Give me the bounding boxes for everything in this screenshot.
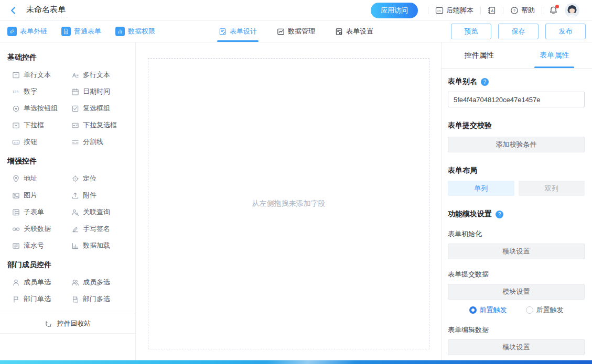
control-item-serial-number[interactable]: 流水号 (12, 241, 71, 250)
user-avatar[interactable] (565, 3, 579, 18)
control-item-location[interactable]: 定位 (71, 174, 130, 183)
control-item-dept-multi[interactable]: 部门多选 (71, 295, 130, 303)
form-canvas: 从左侧拖拽来添加字段 (136, 42, 441, 360)
control-item-member-multi[interactable]: 成员多选 (71, 278, 130, 286)
control-item-label: 多行文本 (83, 70, 110, 80)
control-item-label: 复选框组 (83, 104, 110, 113)
control-item-divider[interactable]: 分割线 (71, 138, 130, 146)
toolbar: 表单外链普通表单数据权限 表单设计数据管理表单设置 预览保存发布 (0, 21, 592, 42)
control-item-label: 附件 (83, 191, 96, 200)
modules-label: 功能模块设置 (448, 209, 492, 219)
preview-button[interactable]: 预览 (451, 24, 491, 39)
help-icon[interactable]: ? (496, 211, 503, 218)
backend-script-button[interactable]: </> 后端脚本 (435, 6, 473, 15)
tab-form-settings[interactable]: 表单设置 (335, 21, 373, 42)
control-item-select[interactable]: 下拉框 (12, 121, 71, 129)
control-item-label: 成员单选 (24, 278, 51, 287)
tab-label: 表单设置 (346, 27, 373, 36)
control-item-multi-line-text[interactable]: 多行文本 (71, 71, 130, 79)
control-item-multi-select[interactable]: 下拉复选框 (71, 121, 130, 129)
svg-text:?: ? (513, 8, 516, 13)
control-item-number[interactable]: 123数字 (12, 87, 71, 96)
control-item-address[interactable]: 地址 (12, 174, 71, 183)
section-grid: 单行文本多行文本123数字日期时间单选按钮组复选框组下拉框下拉复选框BTN按钮分… (0, 71, 135, 146)
add-validation-button[interactable]: 添加校验条件 (448, 137, 585, 152)
control-item-attachment[interactable]: 附件 (71, 191, 130, 200)
layout-options: 单列双列 (448, 181, 585, 196)
control-item-datetime[interactable]: 日期时间 (71, 87, 130, 96)
publish-button[interactable]: 发布 (545, 24, 586, 39)
tab-form-properties[interactable]: 表单属性 (517, 42, 592, 68)
toolbar-item-label: 数据权限 (128, 27, 155, 36)
toolbar-item-form-external-link[interactable]: 表单外链 (7, 27, 47, 36)
main-tabs: 表单设计数据管理表单设置 (219, 21, 373, 42)
control-item-label: 关联数据 (24, 224, 51, 234)
layout-option-single-column[interactable]: 单列 (448, 181, 514, 196)
app-access-button[interactable]: 应用访问 (371, 3, 418, 18)
control-item-label: 子表单 (24, 207, 44, 217)
member-multi-icon (71, 278, 79, 286)
tab-label: 表单设计 (230, 27, 257, 36)
form-title[interactable]: 未命名表单 (26, 4, 68, 17)
help-button[interactable]: ? 帮助 (510, 6, 535, 15)
toolbar-item-normal-form[interactable]: 普通表单 (61, 27, 101, 36)
control-item-data-load[interactable]: 数据加载 (71, 241, 130, 250)
radio-dot (526, 306, 533, 314)
contacts-icon[interactable]: A (488, 6, 496, 15)
control-item-single-line-text[interactable]: 单行文本 (12, 71, 71, 79)
form-submit-data-post-trigger-radio[interactable]: 后置触发 (526, 305, 564, 315)
control-item-dept-single[interactable]: 部门单选 (12, 295, 71, 303)
control-recycle-bin[interactable]: 控件回收站 (0, 314, 135, 334)
layout-option-double-column[interactable]: 双列 (519, 181, 585, 196)
control-item-label: 部门多选 (83, 294, 110, 304)
form-type-switcher: 表单外链普通表单数据权限 (7, 27, 155, 36)
address-icon (12, 174, 20, 183)
multi-select-icon (71, 121, 79, 129)
linked-data-icon (12, 225, 20, 233)
radio-label: 后置触发 (536, 305, 564, 315)
form-submit-data-module-settings-button[interactable]: 模块设置 (448, 284, 585, 300)
control-item-label: 关联查询 (83, 207, 110, 217)
divider-icon (71, 138, 79, 146)
validation-label: 表单提交校验 (448, 121, 585, 130)
notifications-button[interactable] (549, 6, 558, 15)
svg-text:A: A (491, 8, 494, 12)
tab-form-design[interactable]: 表单设计 (219, 21, 257, 42)
control-item-linked-query[interactable]: 关联查询 (71, 208, 130, 216)
toolbar-actions: 预览保存发布 (451, 24, 586, 39)
tab-widget-properties[interactable]: 控件属性 (442, 42, 517, 68)
divider (428, 7, 428, 14)
control-item-image[interactable]: 图片 (12, 191, 71, 200)
help-icon[interactable]: ? (481, 78, 489, 86)
form-init-module-settings-button[interactable]: 模块设置 (448, 244, 585, 259)
save-button[interactable]: 保存 (498, 24, 539, 39)
control-item-label: 下拉复选框 (83, 120, 117, 130)
control-item-checkbox-group[interactable]: 复选框组 (71, 104, 130, 113)
toolbar-item-label: 表单外链 (20, 27, 47, 36)
form-submit-data-pre-trigger-radio[interactable]: 前置触发 (469, 305, 507, 315)
drop-zone[interactable]: 从左侧拖拽来添加字段 (148, 58, 429, 349)
control-item-subform[interactable]: 子表单 (12, 208, 71, 216)
tab-data-manage[interactable]: 数据管理 (277, 21, 315, 42)
controls-sidebar: 基础控件单行文本多行文本123数字日期时间单选按钮组复选框组下拉框下拉复选框BT… (0, 42, 136, 360)
control-item-label: 部门单选 (24, 294, 51, 304)
dept-multi-icon (71, 295, 79, 303)
form-edit-data-module-settings-button[interactable]: 模块设置 (448, 339, 585, 355)
form-alias-input[interactable] (448, 92, 585, 107)
avatar-image (565, 3, 579, 18)
control-item-radio-group[interactable]: 单选按钮组 (12, 104, 71, 113)
control-item-button[interactable]: BTN按钮 (12, 138, 71, 146)
content: 基础控件单行文本多行文本123数字日期时间单选按钮组复选框组下拉框下拉复选框BT… (0, 42, 592, 360)
button-icon: BTN (12, 138, 20, 146)
bar-chart-icon (115, 27, 125, 36)
control-item-linked-data[interactable]: 关联数据 (12, 225, 71, 233)
toolbar-item-data-permission[interactable]: 数据权限 (115, 27, 155, 36)
control-item-signature[interactable]: 手写签名 (71, 225, 130, 233)
attachment-icon (71, 191, 79, 200)
form-settings-icon (335, 28, 343, 36)
section-title: 部门成员控件 (0, 260, 135, 270)
member-single-icon (12, 278, 20, 286)
back-button[interactable] (8, 6, 18, 15)
link-icon (7, 27, 17, 36)
control-item-member-single[interactable]: 成员单选 (12, 278, 71, 286)
